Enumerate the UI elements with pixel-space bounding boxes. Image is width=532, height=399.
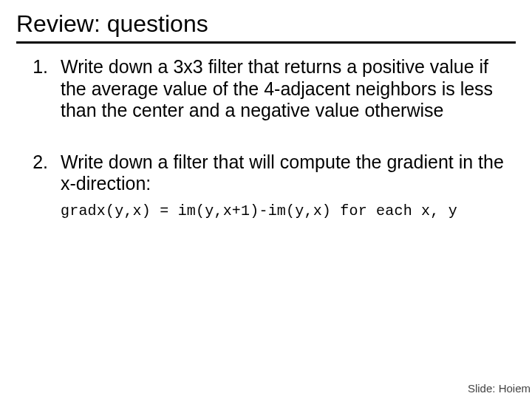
question-1-text: Write down a 3x3 filter that returns a p… — [61, 56, 493, 120]
question-2: Write down a filter that will compute th… — [53, 151, 516, 220]
slide: Review: questions Write down a 3x3 filte… — [0, 0, 532, 399]
question-list: Write down a 3x3 filter that returns a p… — [16, 56, 516, 219]
question-1: Write down a 3x3 filter that returns a p… — [53, 56, 516, 122]
title-underline — [16, 41, 516, 44]
slide-body: Write down a 3x3 filter that returns a p… — [16, 56, 516, 249]
slide-credit: Slide: Hoiem — [468, 382, 531, 395]
question-2-code: gradx(y,x) = im(y,x+1)-im(y,x) for each … — [61, 202, 516, 220]
question-2-text: Write down a filter that will compute th… — [61, 151, 504, 194]
slide-title: Review: questions — [16, 10, 208, 38]
